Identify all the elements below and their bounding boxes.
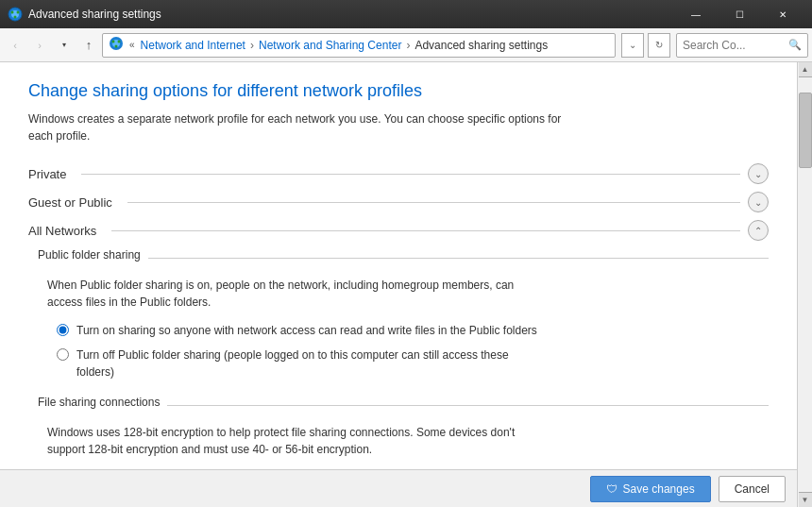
scrollbar-thumb[interactable] — [799, 93, 812, 168]
up-button[interactable]: ↑ — [77, 34, 100, 57]
breadcrumb-network-internet[interactable]: Network and Internet — [141, 39, 245, 52]
breadcrumb: « Network and Internet › Network and Sha… — [109, 36, 548, 54]
back-button[interactable]: ‹ — [4, 34, 26, 57]
public-folder-divider — [148, 258, 769, 259]
breadcrumb-sep-2: › — [406, 39, 410, 52]
public-folder-header: Public folder sharing — [28, 248, 769, 267]
guest-public-toggle[interactable]: ⌄ — [748, 192, 769, 212]
bottom-bar: 🛡 Save changes Cancel — [0, 469, 797, 507]
turn-off-sharing-radio[interactable] — [57, 348, 69, 361]
window-controls: — ☐ ✕ — [674, 0, 804, 28]
cancel-button[interactable]: Cancel — [719, 476, 786, 502]
svg-point-9 — [115, 45, 118, 48]
file-sharing-divider — [167, 405, 769, 406]
public-folder-sharing-section: Public folder sharing When Public folder… — [28, 248, 769, 380]
all-networks-toggle[interactable]: ⌃ — [748, 220, 769, 241]
window-icon — [8, 7, 23, 22]
private-toggle[interactable]: ⌄ — [748, 163, 769, 184]
scroll-up-button[interactable]: ▲ — [799, 62, 812, 77]
scrollbar[interactable]: ▲ ▼ — [797, 62, 812, 507]
page-title: Change sharing options for different net… — [28, 81, 769, 101]
all-networks-divider — [111, 230, 740, 231]
scroll-down-button[interactable]: ▼ — [799, 492, 812, 507]
content-area: Change sharing options for different net… — [0, 62, 797, 507]
refresh-button[interactable]: ↻ — [648, 33, 670, 58]
private-divider — [81, 174, 740, 175]
file-sharing-connections-section: File sharing connections Windows uses 12… — [28, 396, 769, 469]
minimize-button[interactable]: — — [674, 0, 718, 28]
svg-point-4 — [14, 16, 17, 19]
svg-point-7 — [112, 41, 115, 43]
recent-locations-button[interactable]: ▾ — [53, 34, 76, 57]
maximize-button[interactable]: ☐ — [718, 0, 761, 28]
breadcrumb-sharing-center[interactable]: Network and Sharing Center — [259, 39, 401, 52]
breadcrumb-icon — [109, 36, 124, 54]
breadcrumb-sep-1: › — [250, 39, 254, 52]
file-sharing-description: Windows uses 128-bit encryption to help … — [47, 424, 538, 458]
search-box[interactable]: 🔍 — [676, 33, 808, 58]
page-description: Windows creates a separate network profi… — [28, 110, 576, 144]
address-right: ⌄ ↻ — [621, 33, 670, 58]
svg-point-2 — [11, 11, 14, 14]
dropdown-button[interactable]: ⌄ — [621, 33, 644, 58]
breadcrumb-advanced-sharing: Advanced sharing settings — [414, 39, 548, 52]
all-networks-label: All Networks — [28, 224, 96, 238]
all-networks-section-header[interactable]: All Networks ⌃ — [28, 220, 769, 241]
save-icon: 🛡 — [606, 482, 617, 496]
breadcrumb-arrows: « — [129, 40, 135, 50]
all-networks-content: Public folder sharing When Public folder… — [28, 248, 769, 469]
file-sharing-label: File sharing connections — [38, 396, 160, 409]
public-folder-label: Public folder sharing — [38, 248, 141, 262]
svg-point-8 — [118, 41, 121, 43]
close-button[interactable]: ✕ — [761, 0, 804, 28]
file-sharing-header: File sharing connections — [28, 396, 769, 414]
public-folder-description: When Public folder sharing is on, people… — [47, 277, 538, 311]
turn-off-sharing-option: Turn off Public folder sharing (people l… — [57, 346, 769, 380]
content-scroll[interactable]: Change sharing options for different net… — [0, 62, 797, 469]
save-changes-button[interactable]: 🛡 Save changes — [590, 476, 711, 502]
private-section-header[interactable]: Private ⌄ — [28, 163, 769, 184]
turn-on-sharing-radio[interactable] — [57, 324, 69, 336]
title-bar: Advanced sharing settings — ☐ ✕ — [0, 0, 812, 28]
main-container: Change sharing options for different net… — [0, 62, 812, 507]
turn-on-sharing-label[interactable]: Turn on sharing so anyone with network a… — [76, 322, 537, 339]
address-field[interactable]: « Network and Internet › Network and Sha… — [102, 33, 616, 58]
private-label: Private — [28, 167, 66, 181]
save-label: Save changes — [623, 482, 695, 496]
turn-on-sharing-option: Turn on sharing so anyone with network a… — [57, 322, 769, 339]
address-bar: ‹ › ▾ ↑ « Network and Internet › Network… — [0, 28, 812, 62]
guest-public-label: Guest or Public — [28, 195, 112, 210]
turn-off-sharing-label[interactable]: Turn off Public folder sharing (people l… — [76, 346, 549, 380]
window-title: Advanced sharing settings — [28, 8, 674, 21]
search-input[interactable] — [683, 39, 788, 52]
guest-public-divider — [127, 202, 740, 203]
forward-button[interactable]: › — [28, 34, 51, 57]
search-icon: 🔍 — [788, 39, 802, 51]
svg-point-3 — [17, 11, 20, 14]
guest-public-section-header[interactable]: Guest or Public ⌄ — [28, 192, 769, 212]
